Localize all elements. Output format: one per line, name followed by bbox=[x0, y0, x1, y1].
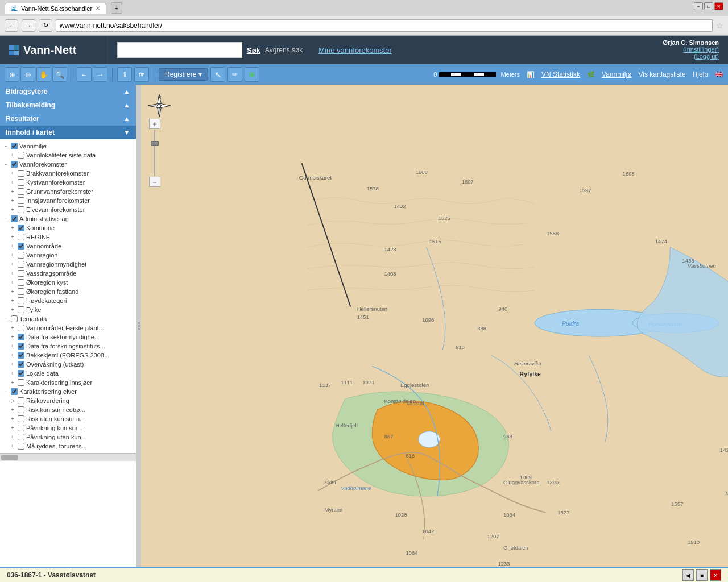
expand-vannlokaliteter[interactable]: + bbox=[9, 152, 16, 159]
expand-kar-elver[interactable]: − bbox=[2, 388, 9, 395]
tree-item-elve[interactable]: + Elvevannforekomster bbox=[0, 205, 136, 214]
maximize-btn[interactable]: □ bbox=[704, 2, 713, 10]
tree-item-innsjo[interactable]: + Innsjøvannforekomster bbox=[0, 196, 136, 205]
expand-forskning[interactable]: + bbox=[9, 343, 16, 350]
expand-regine[interactable]: + bbox=[9, 234, 16, 240]
check-admin[interactable] bbox=[11, 215, 18, 222]
expand-overvakning[interactable]: + bbox=[9, 361, 16, 368]
check-grunnv[interactable] bbox=[18, 188, 24, 195]
tree-item-fylke[interactable]: + Fylke bbox=[0, 305, 136, 314]
expand-kar-innsjoer[interactable]: + bbox=[9, 379, 16, 386]
expand-lokale[interactable]: + bbox=[9, 370, 16, 377]
check-regine[interactable] bbox=[18, 234, 24, 240]
sidebar-scrollbar-h[interactable] bbox=[0, 453, 136, 461]
tree-item-kar-innsjoer[interactable]: + Karakterisering innsjøer bbox=[0, 378, 136, 387]
tab-close-btn[interactable]: ✕ bbox=[96, 5, 100, 11]
identify-tool[interactable]: 🔍 bbox=[52, 67, 67, 82]
check-vassdrag[interactable] bbox=[18, 270, 24, 277]
tree-item-pav-sur[interactable]: + Påvirkning kun sur ... bbox=[0, 423, 136, 433]
back-extent-tool[interactable]: ← bbox=[77, 67, 92, 82]
tree-item-brakkv[interactable]: + Brakkvannforekomster bbox=[0, 169, 136, 178]
check-vannregionmyndighet[interactable] bbox=[18, 261, 24, 268]
info-tool[interactable]: ℹ bbox=[117, 67, 132, 82]
check-pav-uten[interactable] bbox=[18, 434, 24, 440]
draw-tool[interactable]: ✏ bbox=[228, 67, 242, 82]
tree-item-vannregionmyndighet[interactable]: + Vannregionmyndighet bbox=[0, 260, 136, 269]
check-ryddes[interactable] bbox=[18, 443, 24, 450]
user-logout-link[interactable]: (Logg ut) bbox=[694, 53, 719, 60]
check-hoyde[interactable] bbox=[18, 297, 24, 304]
check-sektor[interactable] bbox=[18, 334, 24, 340]
tree-item-ryddes[interactable]: + Må ryddes, forurens... bbox=[0, 442, 136, 451]
expand-vannforekomster[interactable]: − bbox=[2, 161, 9, 168]
tree-item-vannomrader-planf[interactable]: + Vannområder Første planf... bbox=[0, 323, 136, 332]
tree-item-vannregion[interactable]: + Vannregion bbox=[0, 251, 136, 260]
check-okoregion-kyst[interactable] bbox=[18, 279, 24, 286]
expand-vannmiljo[interactable]: − bbox=[2, 143, 9, 149]
tree-item-overvakning[interactable]: + Overvåkning (utkast) bbox=[0, 360, 136, 369]
check-lokale[interactable] bbox=[18, 370, 24, 377]
forward-btn[interactable]: → bbox=[22, 19, 35, 32]
zoom-thumb[interactable] bbox=[151, 141, 159, 146]
tree-item-sektor[interactable]: + Data fra sektormyndighe... bbox=[0, 332, 136, 342]
check-innsjo[interactable] bbox=[18, 197, 24, 204]
tree-item-okoregion-fastland[interactable]: + Økoregion fastland bbox=[0, 287, 136, 296]
tree-item-pav-uten[interactable]: + Påvirkning uten kun... bbox=[0, 433, 136, 442]
kartlagsliste-link[interactable]: Vis kartlagsliste bbox=[638, 70, 685, 78]
clear-search-button[interactable]: Avgrens søk bbox=[265, 46, 303, 54]
tree-item-forskning[interactable]: + Data fra forskningsinstituts... bbox=[0, 342, 136, 351]
sidebar-section-tilbakemelding[interactable]: Tilbakemelding ▲ bbox=[0, 98, 136, 112]
check-vannregion[interactable] bbox=[18, 252, 24, 259]
back-btn[interactable]: ← bbox=[5, 19, 18, 32]
check-kystv[interactable] bbox=[18, 179, 24, 186]
zoom-out-btn[interactable]: − bbox=[149, 177, 160, 187]
check-vannmiljo[interactable] bbox=[11, 143, 18, 149]
tree-item-kommune[interactable]: + Kommune bbox=[0, 223, 136, 232]
minimize-btn[interactable]: − bbox=[694, 2, 703, 10]
tree-item-kar-elver[interactable]: − Karakterisering elver bbox=[0, 387, 136, 396]
check-overvakning[interactable] bbox=[18, 361, 24, 368]
expand-grunnv[interactable]: + bbox=[9, 188, 16, 195]
expand-vannregion[interactable]: + bbox=[9, 252, 16, 259]
tree-item-regine[interactable]: + REGINE bbox=[0, 232, 136, 242]
edit-tool[interactable]: 🗺 bbox=[134, 67, 149, 82]
expand-bekkekjemi[interactable]: + bbox=[9, 352, 16, 359]
expand-admin[interactable]: − bbox=[2, 215, 9, 222]
sidebar-scrollbar-thumb[interactable] bbox=[1, 455, 18, 460]
vannmiljo-link[interactable]: Vannmiljø bbox=[602, 70, 631, 78]
tree-item-okoregion-kyst[interactable]: + Økoregion kyst bbox=[0, 278, 136, 287]
check-kar-innsjoer[interactable] bbox=[18, 379, 24, 386]
tree-item-vannomrade[interactable]: + Vannområde bbox=[0, 242, 136, 251]
expand-fylke[interactable]: + bbox=[9, 306, 16, 313]
tree-item-hoyde[interactable]: + Høydekategori bbox=[0, 296, 136, 305]
expand-vannregionmyndighet[interactable]: + bbox=[9, 261, 16, 268]
check-pav-sur[interactable] bbox=[18, 425, 24, 431]
expand-risk-sur[interactable]: + bbox=[9, 406, 16, 413]
browser-tab[interactable]: 🌊 Vann-Nett Saksbehandler ✕ bbox=[5, 3, 106, 14]
zoom-out-tool[interactable]: ⊖ bbox=[20, 67, 35, 82]
tree-item-vassdrag[interactable]: + Vassdragsområde bbox=[0, 269, 136, 278]
tree-item-risk-sur[interactable]: + Risk kun sur nedbø... bbox=[0, 405, 136, 414]
zoom-in-btn[interactable]: + bbox=[149, 119, 160, 129]
check-risiko[interactable] bbox=[18, 397, 24, 404]
status-icon-1[interactable]: ◀ bbox=[682, 569, 694, 581]
sidebar-splitter[interactable] bbox=[136, 85, 141, 567]
tree-item-vannlokaliteter[interactable]: + Vannlokaliteter siste data bbox=[0, 151, 136, 160]
check-vannforekomster[interactable] bbox=[11, 161, 18, 168]
tree-item-risiko[interactable]: ▷ Risikovurdering bbox=[0, 396, 136, 405]
tree-item-lokale[interactable]: + Lokale data bbox=[0, 369, 136, 378]
expand-risiko[interactable]: ▷ bbox=[9, 397, 16, 404]
check-kar-elver[interactable] bbox=[11, 388, 18, 395]
check-risk-sur[interactable] bbox=[18, 406, 24, 413]
bookmark-icon[interactable]: ☆ bbox=[716, 21, 723, 30]
expand-kommune[interactable]: + bbox=[9, 225, 16, 231]
register-button[interactable]: Registrere ▾ bbox=[159, 68, 208, 81]
check-okoregion-fastland[interactable] bbox=[18, 288, 24, 295]
sidebar-section-resultater[interactable]: Resultater ▲ bbox=[0, 112, 136, 126]
expand-temadata[interactable]: − bbox=[2, 315, 9, 322]
tree-item-kystv[interactable]: + Kystvannforekomster bbox=[0, 178, 136, 187]
map-area[interactable]: Puldra Finnabuvatnet bbox=[141, 85, 728, 567]
expand-kystv[interactable]: + bbox=[9, 179, 16, 186]
tree-item-bekkekjemi[interactable]: + Bekkekjemi (FOREGS 2008... bbox=[0, 351, 136, 360]
tree-item-temadata[interactable]: − Temadata bbox=[0, 314, 136, 323]
